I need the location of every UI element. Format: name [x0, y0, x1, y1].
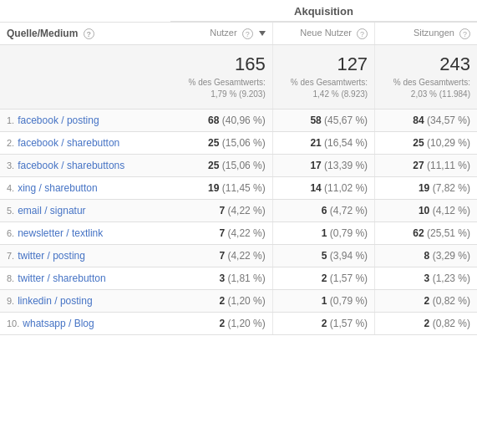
summary-row: 165 % des Gesamtwerts: 1,79 % (9.203) 12… — [0, 44, 477, 109]
nutzer-label: Nutzer — [210, 28, 236, 38]
sort-desc-icon[interactable] — [259, 31, 266, 36]
sitzungen-cell: 25 (10,29 %) — [375, 131, 477, 154]
nutzer-cell: 25 (15,06 %) — [170, 154, 272, 176]
sitzungen-cell: 10 (4,12 %) — [375, 199, 477, 221]
neue-cell: 14 (11,02 %) — [272, 176, 374, 199]
nutzer-pct: (11,45 %) — [222, 182, 266, 194]
source-link[interactable]: xing / sharebutton — [18, 182, 97, 194]
sitzungen-pct: (3,29 %) — [433, 250, 470, 262]
analytics-table: Akquisition Quelle/Medium ? Nutzer ? Neu… — [0, 0, 477, 335]
neue-value: 17 — [310, 160, 321, 171]
source-cell: 1.facebook / posting — [0, 109, 170, 131]
table-row: 8.twitter / sharebutton3 (1,81 %)2 (1,57… — [0, 267, 477, 289]
sitzungen-cell: 62 (25,51 %) — [375, 221, 477, 244]
sitzungen-value: 27 — [413, 160, 424, 171]
neue-pct: (0,79 %) — [330, 227, 368, 239]
sitzungen-column-header[interactable]: Sitzungen ? — [375, 22, 477, 44]
sitzungen-pct: (34,57 %) — [427, 115, 470, 126]
neue-cell: 58 (45,67 %) — [272, 109, 374, 131]
neue-pct: (13,39 %) — [324, 160, 368, 171]
row-number: 6. — [7, 228, 14, 238]
summary-neue-cell: 127 % des Gesamtwerts: 1,42 % (8.923) — [272, 44, 374, 109]
neue-cell: 6 (4,72 %) — [272, 199, 374, 221]
row-number: 5. — [7, 206, 14, 216]
summary-neue-sub: % des Gesamtwerts: 1,42 % (8.923) — [280, 77, 368, 100]
nutzer-help-icon[interactable]: ? — [242, 28, 253, 39]
source-cell: 9.linkedin / posting — [0, 289, 170, 312]
source-cell: 2.facebook / sharebutton — [0, 131, 170, 154]
source-link[interactable]: twitter / sharebutton — [18, 272, 105, 284]
sitzungen-cell: 3 (1,23 %) — [375, 267, 477, 289]
source-link[interactable]: newsletter / textlink — [18, 227, 103, 239]
row-number: 3. — [7, 160, 14, 171]
sitzungen-cell: 2 (0,82 %) — [375, 312, 477, 334]
summary-nutzer-value: 165 — [177, 53, 266, 75]
nutzer-pct: (1,20 %) — [227, 295, 265, 307]
source-link[interactable]: whatsapp / Blog — [23, 318, 94, 329]
nutzer-value: 7 — [219, 250, 225, 262]
source-link[interactable]: facebook / sharebuttons — [18, 160, 124, 171]
nutzer-value: 7 — [219, 205, 225, 216]
summary-nutzer-cell: 165 % des Gesamtwerts: 1,79 % (9.203) — [170, 44, 272, 109]
table-row: 7.twitter / posting7 (4,22 %)5 (3,94 %)8… — [0, 244, 477, 267]
sitzungen-label: Sitzungen — [414, 28, 454, 38]
nutzer-pct: (4,22 %) — [227, 250, 265, 262]
nutzer-cell: 19 (11,45 %) — [170, 176, 272, 199]
sitzungen-pct: (11,11 %) — [427, 160, 470, 171]
neue-value: 5 — [322, 250, 327, 262]
summary-sitzungen-sub: % des Gesamtwerts: 2,03 % (11.984) — [382, 77, 470, 100]
sitzungen-cell: 2 (0,82 %) — [375, 289, 477, 312]
sitzungen-help-icon[interactable]: ? — [459, 28, 470, 39]
summary-neue-value: 127 — [280, 53, 368, 75]
nutzer-value: 25 — [208, 137, 219, 149]
neue-pct: (1,57 %) — [330, 318, 368, 329]
sitzungen-value: 2 — [424, 295, 430, 307]
nutzer-pct: (40,96 %) — [222, 115, 266, 126]
neue-value: 2 — [322, 318, 327, 329]
nutzer-pct: (15,06 %) — [222, 160, 266, 171]
source-column-header: Quelle/Medium ? — [0, 22, 170, 44]
sitzungen-value: 10 — [419, 205, 429, 216]
neue-pct: (11,02 %) — [324, 182, 368, 194]
source-link[interactable]: facebook / posting — [18, 115, 99, 126]
table-row: 5.email / signatur7 (4,22 %)6 (4,72 %)10… — [0, 199, 477, 221]
nutzer-cell: 68 (40,96 %) — [170, 109, 272, 131]
nutzer-pct: (4,22 %) — [227, 205, 265, 216]
neue-nutzer-help-icon[interactable]: ? — [357, 28, 368, 39]
source-help-icon[interactable]: ? — [84, 28, 94, 39]
source-cell: 3.facebook / sharebuttons — [0, 154, 170, 176]
neue-value: 21 — [310, 137, 321, 149]
row-number: 7. — [7, 251, 14, 261]
sitzungen-value: 19 — [419, 182, 429, 194]
summary-nutzer-sub: % des Gesamtwerts: 1,79 % (9.203) — [177, 77, 266, 100]
sitzungen-value: 3 — [424, 272, 430, 284]
sitzungen-cell: 27 (11,11 %) — [375, 154, 477, 176]
source-link[interactable]: email / signatur — [18, 205, 85, 216]
source-cell: 4.xing / sharebutton — [0, 176, 170, 199]
nutzer-pct: (1,81 %) — [227, 272, 265, 284]
source-link[interactable]: linkedin / posting — [18, 295, 92, 307]
source-label: Quelle/Medium — [7, 28, 78, 39]
source-cell: 5.email / signatur — [0, 199, 170, 221]
neue-value: 1 — [322, 295, 327, 307]
akquisition-label: Akquisition — [294, 5, 353, 18]
neue-nutzer-column-header[interactable]: Neue Nutzer ? — [272, 22, 374, 44]
source-link[interactable]: facebook / sharebutton — [18, 137, 119, 149]
nutzer-value: 7 — [219, 227, 225, 239]
nutzer-value: 19 — [208, 182, 219, 194]
sitzungen-pct: (7,82 %) — [433, 182, 470, 194]
row-number: 8. — [7, 273, 14, 283]
neue-nutzer-label: Neue Nutzer — [300, 28, 352, 38]
nutzer-value: 25 — [208, 160, 219, 171]
table-row: 3.facebook / sharebuttons25 (15,06 %)17 … — [0, 154, 477, 176]
sitzungen-value: 84 — [413, 115, 424, 126]
sitzungen-cell: 19 (7,82 %) — [375, 176, 477, 199]
neue-pct: (45,67 %) — [324, 115, 368, 126]
sitzungen-pct: (4,12 %) — [433, 205, 470, 216]
source-link[interactable]: twitter / posting — [18, 250, 85, 262]
nutzer-column-header[interactable]: Nutzer ? — [170, 22, 272, 44]
nutzer-cell: 2 (1,20 %) — [170, 289, 272, 312]
neue-cell: 2 (1,57 %) — [272, 267, 374, 289]
nutzer-cell: 7 (4,22 %) — [170, 244, 272, 267]
row-number: 1. — [7, 115, 14, 125]
